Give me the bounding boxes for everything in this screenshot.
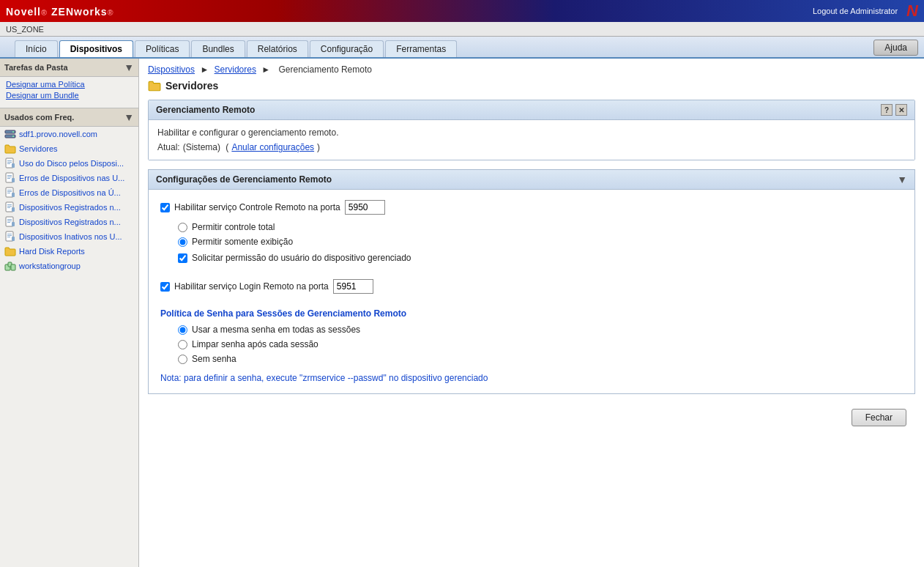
sidebar-freq-items: sdf1.provo.novell.com Servidores Uso do	[0, 127, 138, 273]
config-panel-collapse[interactable]: ▼	[897, 174, 907, 185]
svg-rect-26	[7, 220, 12, 221]
enable-remote-control-label[interactable]: Habilitar serviço Controle Remoto na por…	[174, 202, 340, 212]
enable-remote-control-checkbox[interactable]	[160, 203, 170, 212]
breadcrumb-sep2: ►	[261, 64, 272, 75]
tab-relatorios[interactable]: Relatórios	[247, 40, 308, 57]
control-mode-group: Permitir controle total Permitir somente…	[178, 222, 903, 247]
report-icon-disp-inat	[4, 231, 16, 242]
svg-rect-28	[12, 222, 15, 226]
config-panel-body: Habilitar serviço Controle Remoto na por…	[149, 190, 914, 393]
sidebar-item-hard-disk-reports[interactable]: Hard Disk Reports	[0, 244, 138, 259]
svg-rect-6	[7, 162, 12, 163]
policy-radios: Usar a mesma senha em todas as sessões L…	[178, 325, 903, 364]
sidebar-item-erros2[interactable]: Erros de Dispositivos na Ú...	[0, 185, 138, 200]
note-text: Nota: para definir a senha, execute "zrm…	[160, 373, 903, 383]
svg-rect-27	[7, 222, 10, 223]
enable-remote-login-checkbox[interactable]	[160, 282, 170, 292]
sidebar-item-disp-inat[interactable]: Dispositivos Inativos nos U...	[0, 229, 138, 244]
panel-header: Gerenciamento Remoto ? ✕	[149, 100, 914, 120]
breadcrumb-current: Gerenciamento Remoto	[279, 64, 372, 75]
sidebar-item-workstationgroup[interactable]: workstationgroup	[0, 259, 138, 273]
sidebar-task-links: Designar uma Política Designar um Bundle	[0, 77, 138, 108]
svg-rect-13	[12, 178, 15, 182]
section-divider-2	[160, 301, 903, 308]
svg-rect-11	[7, 177, 12, 177]
sidebar-label-sdf1: sdf1.provo.novell.com	[19, 130, 97, 138]
sidebar-label-erros2: Erros de Dispositivos na Ú...	[19, 188, 121, 197]
radio-same-password[interactable]	[178, 325, 187, 335]
radio-view-only-label[interactable]: Permitir somente exibição	[192, 237, 293, 247]
config-panel: Configurações de Gerenciamento Remoto ▼ …	[148, 169, 915, 394]
sidebar-freq-collapse[interactable]: ▼	[124, 111, 134, 123]
radio-clear-password[interactable]	[178, 340, 187, 349]
sidebar-item-sdf1[interactable]: sdf1.provo.novell.com	[0, 127, 138, 141]
radio-full-control-label[interactable]: Permitir controle total	[192, 222, 275, 232]
tab-configuracao[interactable]: Configuração	[310, 40, 384, 57]
svg-rect-10	[7, 175, 12, 176]
fechar-button[interactable]: Fechar	[852, 409, 906, 426]
panel-header-icons: ? ✕	[881, 104, 907, 116]
sidebar-label-servidores: Servidores	[19, 144, 58, 153]
report-icon-disp2	[4, 216, 16, 228]
sidebar-link-bundle[interactable]: Designar um Bundle	[6, 91, 134, 100]
section-divider	[160, 272, 903, 279]
solicitar-permissao-checkbox[interactable]	[178, 253, 187, 263]
svg-rect-16	[7, 191, 12, 192]
breadcrumb-dispositivos[interactable]: Dispositivos	[148, 64, 195, 75]
app-logo: Novell® ZENworks®	[6, 5, 114, 18]
sidebar-item-uso-disco[interactable]: Uso do Disco pelos Disposi...	[0, 156, 138, 171]
header-right: Logout de Administrator N	[813, 1, 918, 21]
svg-rect-31	[7, 235, 12, 236]
sidebar-label-hard-disk-reports: Hard Disk Reports	[19, 247, 85, 256]
svg-rect-36	[11, 264, 15, 270]
svg-point-2	[12, 131, 14, 133]
main-layout: Tarefas da Pasta ▼ Designar uma Política…	[0, 59, 924, 567]
panel-description: Habilitar e configurar o gerenciamento r…	[157, 127, 906, 138]
novell-n-logo: N	[906, 1, 918, 21]
panel-atual-value: (Sistema)	[183, 142, 220, 152]
tab-inicio[interactable]: Início	[15, 40, 58, 57]
radio-full-control[interactable]	[178, 223, 187, 232]
panel-anular-link[interactable]: Anular configurações	[231, 142, 314, 152]
sidebar-item-disp-reg1[interactable]: Dispositivos Registrados n...	[0, 200, 138, 215]
port-remote-login-input[interactable]	[333, 279, 373, 294]
panel-help-button[interactable]: ?	[881, 104, 893, 116]
breadcrumb-servidores[interactable]: Servidores	[215, 64, 256, 75]
panel-close-button[interactable]: ✕	[895, 104, 907, 116]
enable-remote-login-row: Habilitar serviço Login Remoto na porta	[160, 279, 903, 294]
sidebar-item-disp-reg2[interactable]: Dispositivos Registrados n...	[0, 215, 138, 229]
tab-ferramentas[interactable]: Ferramentas	[385, 40, 457, 57]
sidebar-label-disp-reg1: Dispositivos Registrados n...	[19, 203, 121, 212]
report-icon-erros1	[4, 172, 16, 184]
radio-view-only-row: Permitir somente exibição	[178, 237, 903, 247]
radio-same-password-label[interactable]: Usar a mesma senha em todas as sessões	[192, 325, 360, 335]
footer-bar: Fechar	[148, 403, 915, 432]
servidores-title: Servidores	[148, 79, 915, 92]
solicitar-permissao-row: Solicitar permissão do usuário do dispos…	[178, 253, 903, 263]
radio-view-only[interactable]	[178, 237, 187, 247]
port-remote-control-input[interactable]	[345, 200, 385, 215]
zone-name: US_ZONE	[6, 25, 44, 34]
logout-button[interactable]: Logout de Administrator	[813, 7, 898, 15]
sidebar-item-erros1[interactable]: Erros de Dispositivos nas U...	[0, 171, 138, 185]
radio-no-password[interactable]	[178, 355, 187, 364]
ajuda-button[interactable]: Ajuda	[873, 40, 918, 56]
solicitar-permissao-label[interactable]: Solicitar permissão do usuário do dispos…	[192, 253, 411, 263]
sidebar-item-servidores[interactable]: Servidores	[0, 141, 138, 156]
enable-remote-login-label[interactable]: Habilitar serviço Login Remoto na porta	[174, 281, 329, 292]
breadcrumb: Dispositivos ► Servidores ► Gerenciament…	[148, 64, 915, 75]
tab-dispositivos[interactable]: Dispositivos	[59, 40, 133, 57]
breadcrumb-sep1: ►	[200, 64, 211, 75]
sidebar-tasks-collapse[interactable]: ▼	[124, 62, 134, 73]
sidebar-tasks-header: Tarefas da Pasta ▼	[0, 59, 138, 77]
svg-rect-33	[12, 237, 15, 241]
radio-clear-password-label[interactable]: Limpar senha após cada sessão	[192, 339, 318, 349]
tab-bundles[interactable]: Bundles	[191, 40, 245, 57]
radio-no-password-label[interactable]: Sem senha	[192, 354, 236, 364]
zone-bar: US_ZONE	[0, 22, 924, 37]
radio-no-password-row: Sem senha	[178, 354, 903, 364]
sidebar-link-politica[interactable]: Designar uma Política	[6, 80, 134, 89]
svg-rect-32	[7, 237, 10, 237]
sidebar-label-workstationgroup: workstationgroup	[19, 262, 81, 270]
tab-politicas[interactable]: Políticas	[135, 40, 190, 57]
